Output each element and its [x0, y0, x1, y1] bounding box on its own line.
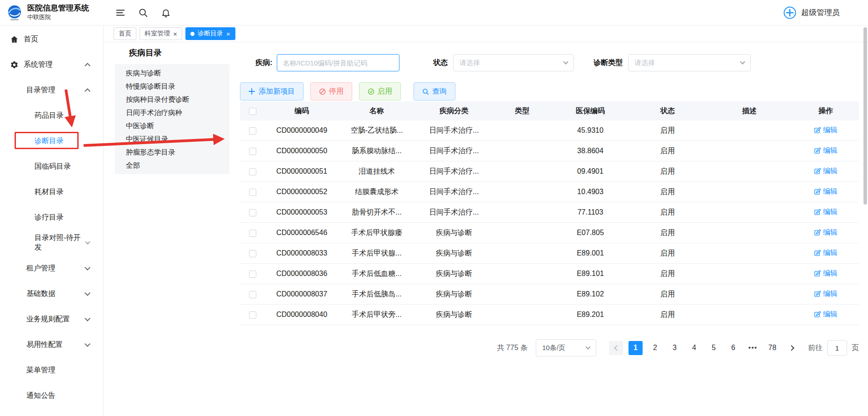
catalog-item-label: 全部 — [126, 161, 140, 169]
cell-status: 启用 — [629, 249, 706, 258]
row-checkbox[interactable] — [249, 271, 256, 278]
collapse-menu-icon[interactable] — [115, 8, 125, 18]
sidebar-item-menu-management[interactable]: 菜单管理 — [0, 357, 103, 383]
catalog-item[interactable]: 按病种目录付费诊断 — [115, 93, 229, 106]
app-brand: 医院信息管理系统 中联医院 — [0, 4, 104, 22]
chevron-down-icon — [85, 265, 90, 271]
cell-insurance: 77.1103 — [552, 208, 629, 216]
sidebar-item-business-rules[interactable]: 业务规则配置 — [0, 306, 103, 332]
next-page-button[interactable] — [785, 341, 799, 355]
edit-link[interactable]: 编辑 — [814, 310, 838, 319]
sidebar-item-label: 目录对照-待开发 — [35, 233, 86, 252]
edit-link[interactable]: 编辑 — [814, 146, 838, 155]
sidebar-item-national-code-catalog[interactable]: 国临码目录 — [0, 154, 103, 179]
catalog-item[interactable]: 全部 — [115, 159, 229, 172]
row-checkbox[interactable] — [249, 209, 256, 216]
page-number-button[interactable]: 2 — [648, 341, 662, 355]
catalog-item[interactable]: 疾病与诊断 — [115, 66, 229, 80]
row-checkbox[interactable] — [249, 250, 256, 257]
page-number-button[interactable]: 4 — [687, 341, 701, 355]
tab-home[interactable]: 首页 — [114, 27, 136, 40]
cell-status: 启用 — [629, 187, 706, 197]
goto-suffix: 页 — [852, 343, 859, 353]
catalog-item-label: 按病种目录付费诊断 — [126, 95, 190, 103]
cell-category: 日间手术治疗... — [415, 187, 493, 197]
enable-button[interactable]: 启用 — [359, 82, 401, 100]
sidebar-item-drug-catalog[interactable]: 药品目录 — [0, 103, 103, 128]
edit-link[interactable]: 编辑 — [814, 228, 838, 237]
sidebar-item-basic-data[interactable]: 基础数据 — [0, 281, 103, 306]
catalog-item[interactable]: 中医诊断 — [115, 119, 229, 132]
row-checkbox[interactable] — [249, 168, 256, 175]
row-checkbox[interactable] — [249, 230, 256, 237]
table-row: CD0000000053 肋骨切开术不... 日间手术治疗... 77.1103… — [240, 202, 859, 223]
prev-page-button[interactable] — [609, 341, 623, 355]
row-checkbox[interactable] — [249, 127, 256, 135]
page-number-button[interactable]: 3 — [668, 341, 682, 355]
page-number-button[interactable]: 6 — [726, 341, 740, 355]
user-avatar-icon — [783, 6, 797, 20]
sidebar-item-tenant-management[interactable]: 租户管理 — [0, 256, 103, 281]
edit-link[interactable]: 编辑 — [814, 187, 838, 196]
page-number-button[interactable]: 1 — [629, 341, 643, 355]
table-row: CD0000008036 手术后低血糖... 疾病与诊断 E89.101 启用 … — [240, 264, 859, 284]
app-logo-icon — [6, 4, 23, 21]
disease-search-input[interactable] — [277, 54, 399, 71]
app-header: 医院信息管理系统 中联医院 超级管理员 — [0, 0, 868, 25]
row-checkbox[interactable] — [249, 311, 256, 319]
select-all-checkbox[interactable] — [249, 108, 256, 115]
cell-name: 手术后低胰岛... — [338, 290, 415, 299]
cell-insurance: 10.4903 — [552, 188, 629, 196]
page-size-select[interactable]: 10条/页 — [536, 339, 596, 356]
edit-link[interactable]: 编辑 — [814, 248, 838, 258]
edit-link[interactable]: 编辑 — [814, 269, 838, 278]
chevron-down-icon — [585, 344, 590, 349]
edit-link[interactable]: 编辑 — [814, 289, 838, 299]
catalog-item[interactable]: 日间手术治疗病种 — [115, 106, 229, 119]
notification-bell-icon[interactable] — [161, 8, 171, 18]
sidebar-item-label: 目录管理 — [26, 85, 55, 95]
edit-link[interactable]: 编辑 — [814, 166, 838, 176]
tab-diagnosis-catalog[interactable]: 诊断目录 × — [185, 27, 235, 40]
query-button[interactable]: 查询 — [414, 82, 455, 100]
add-item-button[interactable]: 添加新项目 — [240, 82, 304, 100]
tab-department-management[interactable]: 科室管理 × — [140, 27, 182, 40]
cell-code: CD0000000053 — [265, 208, 338, 216]
chevron-right-icon — [788, 345, 794, 351]
close-icon[interactable]: × — [226, 30, 230, 37]
goto-page-input[interactable] — [827, 340, 847, 356]
sidebar-item-system-management[interactable]: 系统管理 — [0, 52, 103, 77]
close-icon[interactable]: × — [173, 30, 177, 37]
row-checkbox[interactable] — [249, 189, 256, 196]
sidebar-item-consumable-catalog[interactable]: 耗材目录 — [0, 179, 103, 205]
sidebar-item-notice[interactable]: 通知公告 — [0, 383, 103, 408]
catalog-item[interactable]: 肿瘤形态学目录 — [115, 145, 229, 159]
diagnosis-type-select[interactable]: 请选择 — [628, 54, 751, 71]
sidebar-item-catalog-mapping[interactable]: 目录对照-待开发 — [0, 230, 103, 256]
disable-button[interactable]: 停用 — [310, 82, 352, 100]
sidebar-item-treatment-catalog[interactable]: 诊疗目录 — [0, 205, 103, 230]
status-filter-label: 状态 — [433, 58, 448, 68]
cell-status: 启用 — [629, 290, 706, 299]
row-checkbox[interactable] — [249, 291, 256, 298]
catalog-item[interactable]: 特慢病诊断目录 — [115, 80, 229, 93]
row-checkbox[interactable] — [249, 148, 256, 155]
edit-link[interactable]: 编辑 — [814, 207, 838, 217]
page-number-button[interactable]: 78 — [765, 341, 779, 355]
page-number-list: 1 2 3 4 5 6 ••• 78 — [626, 341, 782, 355]
edit-link[interactable]: 编辑 — [814, 125, 838, 135]
catalog-item[interactable]: 中医证候目录 — [115, 132, 229, 145]
cell-name: 手术后甲状腺瘘 — [338, 228, 415, 238]
search-icon[interactable] — [138, 8, 148, 18]
sidebar-item-diagnosis-catalog[interactable]: 诊断目录 — [0, 128, 103, 154]
page-number-button[interactable]: 5 — [707, 341, 721, 355]
user-menu[interactable]: 超级管理员 — [783, 6, 868, 20]
sidebar-item-usability-config[interactable]: 易用性配置 — [0, 332, 103, 357]
cell-insurance: E89.102 — [552, 290, 629, 298]
sidebar-item-catalog-management[interactable]: 目录管理 — [0, 77, 103, 103]
status-select[interactable]: 请选择 — [453, 54, 574, 71]
home-icon — [10, 35, 19, 44]
vertical-scrollbar[interactable] — [863, 27, 867, 205]
page-number-button[interactable]: ••• — [746, 341, 760, 355]
sidebar-item-home[interactable]: 首页 — [0, 26, 103, 52]
